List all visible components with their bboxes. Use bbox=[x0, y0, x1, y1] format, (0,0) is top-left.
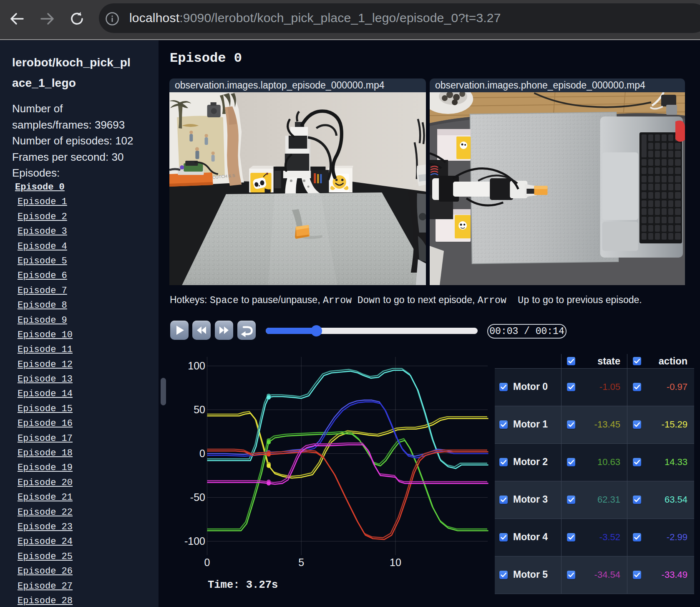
svg-text:50: 50 bbox=[194, 404, 205, 415]
svg-text:100: 100 bbox=[188, 360, 205, 372]
svg-text:-100: -100 bbox=[184, 535, 205, 547]
svg-text:0: 0 bbox=[199, 448, 205, 459]
svg-text:0: 0 bbox=[204, 556, 210, 568]
svg-text:5: 5 bbox=[298, 556, 304, 568]
svg-text:-50: -50 bbox=[190, 491, 205, 503]
svg-text:10: 10 bbox=[390, 556, 401, 568]
svg-text:Time: 3.27s: Time: 3.27s bbox=[208, 579, 278, 591]
